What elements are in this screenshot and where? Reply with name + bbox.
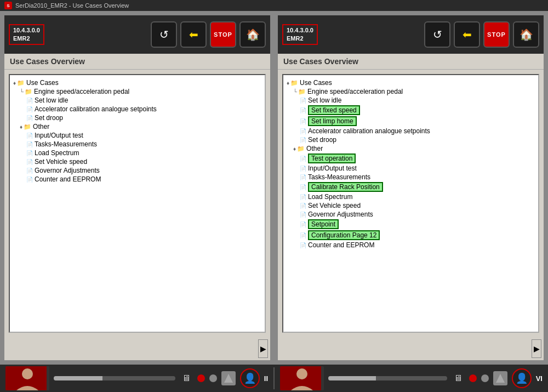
right-panel: 10.4.3.0.0 EMR2 ↺ ⬅ STOP 🏠 Us [277, 14, 545, 361]
title-text: SerDia2010_EMR2 - Use Cases Overview [15, 2, 129, 9]
tree-io-test-right[interactable]: 📄 Input/Output test [286, 164, 536, 173]
tree-root-label: Use Cases [26, 79, 59, 87]
taskbar-progress-fill-left [54, 376, 102, 380]
tree-accel-cal-right[interactable]: 📄 Accelerator calibration analogue setpo… [286, 127, 536, 135]
home-btn-left[interactable]: 🏠 [239, 21, 266, 48]
tree-setpoint-right[interactable]: 📄 Setpoint [286, 219, 536, 230]
status-dot-red-right [469, 374, 477, 382]
tree-other-group-left[interactable]: ♦ 📁 Other [12, 122, 262, 131]
taskbar-person-right [280, 366, 324, 390]
stop-label-right: STOP [487, 31, 506, 38]
version-box-right: 10.4.3.0.0 EMR2 [282, 24, 318, 46]
tree-load-spec-left[interactable]: 📄 Load Spectrum [12, 149, 262, 157]
right-toolbar: 10.4.3.0.0 EMR2 ↺ ⬅ STOP 🏠 [278, 15, 544, 54]
tree-tasks-meas-right[interactable]: 📄 Tasks-Measurements [286, 173, 536, 181]
home-icon: 🏠 [246, 28, 260, 41]
person-icon-right: 👤 [516, 372, 528, 384]
tree-set-vehicle-left[interactable]: 📄 Set Vehicle speed [12, 157, 262, 166]
back-btn-left[interactable]: ⬅ [180, 21, 207, 48]
home-icon-right: 🏠 [520, 28, 533, 41]
tree-set-low-idle-left[interactable]: 📄 Set low idle [12, 96, 262, 105]
folder-icon: 📁 [17, 79, 25, 87]
right-tree-area[interactable]: ♦ 📁 Use Cases └ 📁 Engine speed/accelerat… [282, 74, 539, 333]
taskbar-label-right: VI [536, 374, 543, 383]
tree-counter-left[interactable]: 📄 Counter and EEPROM [12, 175, 262, 184]
tree-set-droop-right[interactable]: 📄 Set droop [286, 135, 536, 144]
taskbar-progress-right [328, 376, 447, 380]
tree-governor-right[interactable]: 📄 Governor Adjustments [286, 210, 536, 219]
shape-icon-left [221, 371, 236, 385]
stop-btn-left[interactable]: STOP [210, 21, 236, 48]
tree-config-page-right[interactable]: 📄 Configuration Page 12 [286, 230, 536, 241]
svg-point-4 [296, 368, 307, 379]
tree-io-test-left[interactable]: 📄 Input/Output test [12, 131, 262, 140]
stop-btn-right[interactable]: STOP [483, 21, 510, 48]
tree-set-low-idle-right[interactable]: 📄 Set low idle [286, 96, 536, 105]
status-dot-red-left [197, 374, 205, 382]
svg-marker-5 [496, 374, 505, 383]
left-tree-area[interactable]: ♦ 📁 Use Cases └ 📁 Engine speed/accelerat… [9, 74, 266, 333]
taskbar: 🖥 👤 II 🖥 [0, 365, 548, 392]
tree-tasks-meas-left[interactable]: 📄 Tasks-Measurements [12, 140, 262, 149]
app-icon: S [4, 2, 12, 9]
taskbar-progress-left [54, 376, 175, 380]
tree-root-left[interactable]: ♦ 📁 Use Cases [12, 78, 262, 87]
taskbar-progress-fill-right [328, 376, 376, 380]
version-box-left: 10.4.3.0.0 EMR2 [9, 24, 44, 46]
svg-marker-2 [224, 374, 233, 383]
back-btn-right[interactable]: ⬅ [454, 21, 480, 48]
status-dot-gray-left [209, 374, 217, 382]
status-dot-gray-right [481, 374, 489, 382]
right-nav-arrow-left[interactable]: ▶ [258, 339, 268, 358]
back-icon: ⬅ [189, 28, 198, 41]
title-bar-left: S SerDia2010_EMR2 - Use Cases Overview [0, 0, 548, 11]
back-icon-right: ⬅ [463, 28, 472, 41]
tree-root-right[interactable]: ♦ 📁 Use Cases [286, 78, 536, 87]
refresh-icon-right: ↺ [433, 28, 442, 41]
monitor-icon-right: 🖥 [452, 372, 465, 385]
tree-set-limp-home-right[interactable]: 📄 Set limp home [286, 116, 536, 127]
left-page-title: Use Cases Overview [4, 54, 270, 70]
taskbar-left: 🖥 👤 II [0, 366, 273, 390]
left-panel: 10.4.3.0.0 EMR2 ↺ ⬅ STOP 🏠 Us [3, 14, 271, 361]
taskbar-label-left: II [264, 374, 268, 383]
taskbar-person-left [5, 366, 49, 390]
stop-label: STOP [214, 31, 232, 38]
tree-accel-cal-left[interactable]: 📄 Accelerator calibration analogue setpo… [12, 105, 262, 113]
tree-set-vehicle-right[interactable]: 📄 Set Vehicle speed [286, 201, 536, 210]
left-toolbar: 10.4.3.0.0 EMR2 ↺ ⬅ STOP 🏠 [4, 15, 270, 54]
tree-engine-group-left[interactable]: └ 📁 Engine speed/acceleration pedal [12, 87, 262, 96]
tree-counter-right[interactable]: 📄 Counter and EEPROM [286, 241, 536, 249]
right-page-title: Use Cases Overview [278, 54, 544, 70]
svg-point-1 [22, 368, 33, 379]
tree-set-droop-left[interactable]: 📄 Set droop [12, 113, 262, 122]
tree-load-spec-right[interactable]: 📄 Load Spectrum [286, 192, 536, 201]
taskbar-right: 🖥 👤 VI [275, 366, 548, 390]
refresh-btn-left[interactable]: ↺ [151, 21, 177, 48]
refresh-btn-right[interactable]: ↺ [424, 21, 450, 48]
tree-engine-group-right[interactable]: └ 📁 Engine speed/acceleration pedal [286, 87, 536, 96]
tree-governor-left[interactable]: 📄 Governor Adjustments [12, 166, 262, 175]
tree-cal-rack-right[interactable]: 📄 Calibrate Rack Position [286, 181, 536, 192]
tree-test-op-right[interactable]: 📄 Test operation [286, 153, 536, 164]
person-circle-left[interactable]: 👤 [240, 368, 260, 388]
person-icon-left: 👤 [244, 372, 256, 384]
shape-icon-right [493, 371, 507, 385]
tree-other-group-right[interactable]: ♦ 📁 Other [286, 144, 536, 153]
person-circle-right[interactable]: 👤 [512, 368, 532, 388]
home-btn-right[interactable]: 🏠 [513, 21, 539, 48]
right-nav-arrow-right[interactable]: ▶ [532, 339, 541, 358]
tree-set-fixed-speed-right[interactable]: 📄 Set fixed speed [286, 105, 536, 116]
monitor-icon-left: 🖥 [180, 372, 193, 385]
connector: ♦ [13, 80, 16, 86]
refresh-icon: ↺ [159, 28, 169, 41]
